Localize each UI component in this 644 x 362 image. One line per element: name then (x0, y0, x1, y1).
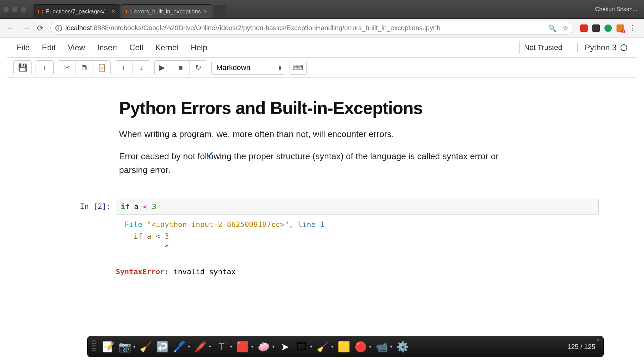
shape-icon[interactable]: 🟥 (236, 340, 250, 354)
window-controls (3, 7, 26, 12)
menu-insert[interactable]: Insert (97, 43, 117, 52)
new-tab-button[interactable] (214, 5, 226, 17)
close-icon[interactable]: × (203, 8, 207, 15)
close-icon[interactable]: × (111, 8, 115, 15)
output-file-string: "<ipython-input-2-8625009197cc>" (147, 220, 289, 229)
code-text: a (130, 202, 143, 211)
kernel-name[interactable]: Python 3 (577, 43, 627, 52)
move-down-button[interactable]: ↓ (132, 61, 150, 75)
extension-icon[interactable] (604, 24, 612, 32)
command-palette-button[interactable]: ⌨ (289, 61, 307, 75)
menu-edit[interactable]: Edit (42, 43, 56, 52)
clear-icon[interactable]: 🧹 (316, 340, 330, 354)
save-button[interactable]: 💾 (14, 61, 31, 75)
notebook-menubar: File Edit View Insert Cell Kernel Help N… (7, 38, 637, 58)
zoom-icon[interactable]: 🔍 (548, 24, 556, 32)
code-cell[interactable]: In [2]: if a < 3 (32, 199, 612, 215)
annotation-toolbar[interactable]: 📝 📷▼ 🧹 ↩️ 🖊️▼ 🖍️▼ T▼ 🟥▼ 🧼▼ ➤ 🗔▼ 🧹▼ 🟨 🔴▼ … (87, 336, 604, 357)
chevron-down-icon[interactable]: ▼ (309, 345, 313, 349)
restart-button[interactable]: ↻ (190, 61, 207, 75)
record-icon[interactable]: 🔴 (354, 340, 368, 354)
chrome-menu-icon[interactable]: ⋮ (629, 24, 636, 33)
tab-errors-exceptions[interactable]: errors_built_in_exceptions × (121, 4, 212, 18)
trust-indicator[interactable]: Not Trusted (519, 41, 568, 54)
close-icon[interactable]: × (597, 338, 599, 342)
extension-icon[interactable] (616, 24, 624, 32)
reload-button[interactable]: ⟳ (37, 23, 44, 33)
site-info-icon[interactable]: i (55, 25, 62, 32)
chevron-down-icon[interactable]: ▼ (330, 345, 334, 349)
chevron-down-icon[interactable]: ▼ (208, 345, 212, 349)
cut-button[interactable]: ✂ (58, 61, 75, 75)
forward-button[interactable]: → (21, 23, 30, 33)
chevron-down-icon[interactable]: ▼ (368, 345, 372, 349)
tab-functions-packages[interactable]: Functions/7_packages/ × (33, 4, 120, 18)
pointer-icon[interactable]: ➤ (278, 340, 292, 354)
chevron-down-icon[interactable]: ▼ (389, 345, 393, 349)
minimize-icon[interactable]: — (590, 338, 594, 342)
jupyter-icon (38, 9, 43, 14)
menu-view[interactable]: View (68, 43, 85, 52)
menu-kernel[interactable]: Kernel (155, 43, 178, 52)
chevron-down-icon[interactable]: ▼ (132, 345, 136, 349)
cell-type-select[interactable]: Markdown ▲▼ (211, 61, 285, 75)
paste-button[interactable]: 📋 (93, 61, 110, 75)
menu-cell[interactable]: Cell (129, 43, 143, 52)
tab-title: Functions/7_packages/ (46, 8, 105, 15)
close-window[interactable] (3, 7, 9, 12)
stop-button[interactable]: ■ (172, 61, 190, 75)
eraser-tool-icon[interactable]: 🧼 (257, 340, 271, 354)
bookmark-icon[interactable]: ☆ (562, 24, 569, 32)
output-line-info: , line 1 (289, 220, 325, 229)
drag-handle[interactable] (92, 340, 96, 353)
tab-title: errors_built_in_exceptions (134, 8, 201, 15)
cursor-icon: 🖊️ (206, 152, 213, 158)
chevron-down-icon[interactable]: ▼ (187, 345, 191, 349)
gmail-extension-icon[interactable] (580, 24, 588, 32)
minimize-window[interactable] (12, 7, 17, 12)
browser-toolbar: ← → ⟳ i localhost :8888 /notebooks/Googl… (0, 19, 644, 38)
code-input[interactable]: if a < 3 (116, 199, 599, 215)
browser-tab-strip: Functions/7_packages/ × errors_built_in_… (0, 0, 644, 19)
select-arrows-icon: ▲▼ (278, 65, 282, 71)
tabs-container: Functions/7_packages/ × errors_built_in_… (33, 0, 226, 18)
code-number: 3 (148, 202, 157, 211)
chevron-down-icon[interactable]: ▼ (251, 345, 254, 349)
menu-file[interactable]: File (17, 43, 30, 52)
sticky-note-icon[interactable]: 🟨 (337, 340, 351, 354)
code-operator: < (143, 202, 147, 211)
camera-icon[interactable]: 📷 (118, 340, 132, 354)
maximize-window[interactable] (21, 7, 26, 12)
add-cell-button[interactable]: ＋ (36, 61, 53, 75)
menu-help[interactable]: Help (191, 43, 207, 52)
text-tool-icon[interactable]: T (215, 340, 229, 354)
cells-area[interactable]: Python Errors and Built-in-Exceptions Wh… (32, 78, 612, 304)
url-port: :8888 (92, 24, 109, 32)
pen-icon[interactable]: 🖊️ (172, 340, 186, 354)
output-error-msg: invalid syntax (173, 267, 235, 276)
output-code-line: if a < 3 (116, 232, 169, 240)
new-note-icon[interactable]: 📝 (101, 340, 115, 354)
markdown-paragraph: Error caused by not following the proper… (119, 149, 525, 177)
whiteboard-icon[interactable]: 🗔 (294, 340, 309, 354)
url-path: /notebooks/Google%20Drive/OnlineVideos/2… (109, 24, 440, 32)
code-keyword: if (121, 202, 130, 211)
jupyter-icon (126, 9, 131, 14)
move-up-button[interactable]: ↑ (115, 61, 132, 75)
markdown-cell[interactable]: Python Errors and Built-in-Exceptions Wh… (32, 91, 612, 192)
eraser-icon[interactable]: 🧹 (139, 340, 153, 354)
cell-output: File "<ipython-input-2-8625009197cc>", l… (32, 215, 612, 278)
chevron-down-icon[interactable]: ▼ (271, 345, 275, 349)
extension-icon[interactable] (592, 24, 600, 32)
highlighter-icon[interactable]: 🖍️ (194, 340, 208, 354)
settings-icon[interactable]: ⚙️ (396, 340, 410, 354)
chrome-profile-name[interactable]: Chekuri Srikan... (595, 6, 637, 13)
copy-button[interactable]: ⧉ (75, 61, 93, 75)
address-bar[interactable]: i localhost :8888 /notebooks/Google%20Dr… (50, 22, 574, 35)
run-button[interactable]: ▶| (155, 61, 172, 75)
webcam-icon[interactable]: 📹 (375, 340, 389, 354)
chevron-down-icon[interactable]: ▼ (229, 345, 233, 349)
back-button[interactable]: ← (6, 23, 15, 33)
input-prompt: In [2]: (45, 199, 116, 215)
undo-icon[interactable]: ↩️ (156, 340, 170, 354)
